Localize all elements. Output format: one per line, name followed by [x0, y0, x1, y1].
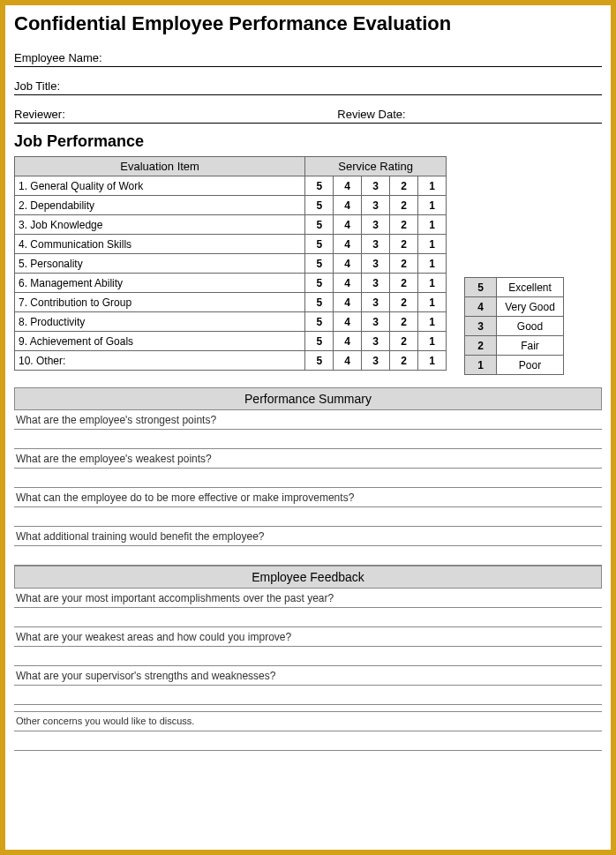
summary-a4[interactable] — [14, 546, 602, 566]
legend-number: 2 — [465, 336, 497, 356]
rating-option[interactable]: 2 — [390, 312, 418, 332]
summary-a2[interactable] — [14, 469, 602, 488]
rating-option[interactable]: 2 — [390, 274, 418, 293]
rating-legend-table: 5Excellent4Very Good3Good2Fair1Poor — [464, 277, 564, 375]
feedback-q2: What are your weakest areas and how coul… — [14, 627, 602, 647]
legend-row: 2Fair — [465, 336, 564, 356]
rating-option[interactable]: 3 — [362, 312, 390, 332]
rating-option[interactable]: 2 — [390, 332, 418, 351]
evaluation-item-header: Evaluation Item — [15, 157, 305, 176]
employee-feedback-header: Employee Feedback — [14, 566, 602, 589]
rating-option[interactable]: 5 — [305, 215, 334, 235]
evaluation-item: 2. Dependability — [15, 196, 305, 215]
summary-a1[interactable] — [14, 430, 602, 449]
table-row: 5. Personality54321 — [15, 254, 447, 274]
rating-option[interactable]: 1 — [418, 254, 447, 274]
rating-option[interactable]: 2 — [390, 254, 418, 274]
evaluation-item: 6. Management Ability — [15, 274, 305, 293]
evaluation-item: 4. Communication Skills — [15, 235, 305, 254]
service-rating-header: Service Rating — [305, 157, 447, 176]
rating-option[interactable]: 4 — [334, 351, 362, 371]
legend-row: 3Good — [465, 317, 564, 336]
table-row: 3. Job Knowledge54321 — [15, 215, 447, 235]
performance-summary-header: Performance Summary — [14, 387, 602, 410]
rating-option[interactable]: 4 — [334, 312, 362, 332]
evaluation-item: 7. Contribution to Group — [15, 293, 305, 312]
job-performance-heading: Job Performance — [14, 132, 602, 151]
rating-option[interactable]: 2 — [390, 351, 418, 371]
rating-option[interactable]: 4 — [334, 196, 362, 215]
rating-option[interactable]: 3 — [362, 254, 390, 274]
rating-option[interactable]: 5 — [305, 176, 334, 196]
evaluation-item: 3. Job Knowledge — [15, 215, 305, 235]
rating-option[interactable]: 3 — [362, 235, 390, 254]
rating-option[interactable]: 5 — [305, 196, 334, 215]
rating-option[interactable]: 4 — [334, 215, 362, 235]
rating-option[interactable]: 5 — [305, 235, 334, 254]
summary-q1: What are the employee's strongest points… — [14, 410, 602, 430]
rating-option[interactable]: 1 — [418, 274, 447, 293]
rating-option[interactable]: 3 — [362, 293, 390, 312]
feedback-a2[interactable] — [14, 647, 602, 666]
rating-option[interactable]: 5 — [305, 274, 334, 293]
feedback-a1[interactable] — [14, 608, 602, 627]
rating-option[interactable]: 4 — [334, 274, 362, 293]
legend-label: Poor — [497, 356, 564, 375]
rating-option[interactable]: 3 — [362, 351, 390, 371]
legend-number: 5 — [465, 278, 497, 297]
table-row: 8. Productivity54321 — [15, 312, 447, 332]
rating-option[interactable]: 2 — [390, 196, 418, 215]
rating-option[interactable]: 4 — [334, 235, 362, 254]
rating-option[interactable]: 3 — [362, 176, 390, 196]
table-row: 10. Other:54321 — [15, 351, 447, 371]
legend-label: Excellent — [497, 278, 564, 297]
employee-name-field[interactable]: Employee Name: — [14, 48, 602, 67]
rating-option[interactable]: 3 — [362, 196, 390, 215]
rating-option[interactable]: 1 — [418, 196, 447, 215]
legend-label: Very Good — [497, 297, 564, 317]
rating-option[interactable]: 2 — [390, 293, 418, 312]
feedback-a4[interactable] — [14, 731, 602, 751]
rating-option[interactable]: 1 — [418, 235, 447, 254]
rating-option[interactable]: 2 — [390, 215, 418, 235]
rating-option[interactable]: 1 — [418, 215, 447, 235]
legend-number: 4 — [465, 297, 497, 317]
rating-option[interactable]: 4 — [334, 332, 362, 351]
legend-number: 1 — [465, 356, 497, 375]
rating-option[interactable]: 3 — [362, 215, 390, 235]
rating-option[interactable]: 1 — [418, 293, 447, 312]
job-title-label: Job Title: — [14, 79, 60, 93]
table-row: 1. General Quality of Work54321 — [15, 176, 447, 196]
rating-option[interactable]: 4 — [334, 293, 362, 312]
rating-option[interactable]: 1 — [418, 176, 447, 196]
review-date-field[interactable]: Review Date: — [337, 108, 602, 121]
rating-option[interactable]: 1 — [418, 332, 447, 351]
feedback-q1: What are your most important accomplishm… — [14, 589, 602, 608]
rating-option[interactable]: 5 — [305, 351, 334, 371]
rating-option[interactable]: 3 — [362, 274, 390, 293]
summary-a3[interactable] — [14, 507, 602, 527]
evaluation-item: 5. Personality — [15, 254, 305, 274]
table-row: 9. Achievement of Goals54321 — [15, 332, 447, 351]
employee-name-label: Employee Name: — [14, 51, 102, 64]
evaluation-item: 8. Productivity — [15, 312, 305, 332]
reviewer-field[interactable]: Reviewer: — [14, 108, 337, 121]
rating-option[interactable]: 3 — [362, 332, 390, 351]
rating-option[interactable]: 1 — [418, 351, 447, 371]
summary-q2: What are the employee's weakest points? — [14, 449, 602, 469]
rating-option[interactable]: 5 — [305, 293, 334, 312]
reviewer-label: Reviewer: — [14, 108, 65, 121]
feedback-a3[interactable] — [14, 686, 602, 705]
rating-option[interactable]: 2 — [390, 176, 418, 196]
rating-option[interactable]: 1 — [418, 312, 447, 332]
rating-option[interactable]: 2 — [390, 235, 418, 254]
rating-option[interactable]: 5 — [305, 254, 334, 274]
table-row: 4. Communication Skills54321 — [15, 235, 447, 254]
rating-option[interactable]: 4 — [334, 254, 362, 274]
evaluation-item: 10. Other: — [15, 351, 305, 371]
rating-option[interactable]: 5 — [305, 312, 334, 332]
rating-option[interactable]: 4 — [334, 176, 362, 196]
rating-option[interactable]: 5 — [305, 332, 334, 351]
legend-row: 4Very Good — [465, 297, 564, 317]
job-title-field[interactable]: Job Title: — [14, 76, 602, 95]
